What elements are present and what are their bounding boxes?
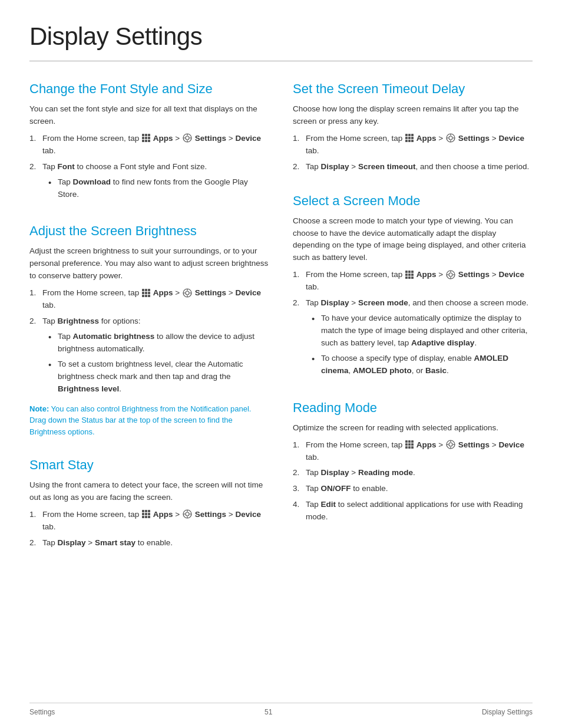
font-bullet-1: Tap Download to find new fonts from the … <box>48 176 269 201</box>
section-smartstay-title: Smart Stay <box>29 455 269 475</box>
section-screenmode-body: Choose a screen mode to match your type … <box>293 215 533 380</box>
readingmode-steps: From the Home screen, tap Apps > <box>293 439 533 524</box>
readingmode-step-1: From the Home screen, tap Apps > <box>293 439 533 464</box>
svg-point-13 <box>186 512 189 516</box>
readingmode-intro: Optimize the screen for reading with sel… <box>293 422 533 434</box>
settings-icon <box>183 288 192 298</box>
smartstay-intro: Using the front camera to detect your fa… <box>29 479 269 504</box>
readingmode-step-2: Tap Display > Reading mode. <box>293 467 533 479</box>
brightness-steps: From the Home screen, tap Apps > <box>29 287 269 398</box>
brightness-note: Note: You can also control Brightness fr… <box>29 403 269 438</box>
section-screenmode-title: Select a Screen Mode <box>293 191 533 210</box>
font-step-2: Tap Font to choose a Font style and Font… <box>29 161 269 204</box>
footer-left: Settings <box>29 707 55 717</box>
settings-icon <box>183 133 192 143</box>
screenmode-bullet-1: To have your device automatically optimi… <box>312 312 533 350</box>
timeout-intro: Choose how long the display screen remai… <box>293 103 533 128</box>
title-divider <box>29 61 533 61</box>
section-font: Change the Font Style and Size You can s… <box>29 79 269 203</box>
screenmode-step-1: From the Home screen, tap Apps > <box>293 269 533 294</box>
font-steps: From the Home screen, tap Apps > <box>29 133 269 204</box>
section-smartstay: Smart Stay Using the front camera to det… <box>29 455 269 549</box>
apps-icon <box>142 289 150 297</box>
svg-point-25 <box>449 273 452 276</box>
section-readingmode: Reading Mode Optimize the screen for rea… <box>293 398 533 523</box>
screenmode-step-2: Tap Display > Screen mode, and then choo… <box>293 297 533 380</box>
section-timeout: Set the Screen Timeout Delay Choose how … <box>293 79 533 173</box>
section-brightness-title: Adjust the Screen Brightness <box>29 221 269 241</box>
brightness-step-1: From the Home screen, tap Apps > <box>29 287 269 312</box>
section-screenmode: Select a Screen Mode Choose a screen mod… <box>293 191 533 380</box>
smartstay-steps: From the Home screen, tap Apps > <box>29 509 269 549</box>
readingmode-step-3: Tap ON/OFF to enable. <box>293 483 533 495</box>
readingmode-step-4: Tap Edit to select additional applicatio… <box>293 499 533 523</box>
section-font-title: Change the Font Style and Size <box>29 79 269 98</box>
footer-right: Display Settings <box>482 707 533 717</box>
apps-icon <box>405 271 414 279</box>
font-step-1: From the Home screen, tap Apps > <box>29 133 269 157</box>
section-timeout-body: Choose how long the display screen remai… <box>293 103 533 173</box>
screenmode-bullets: To have your device automatically optimi… <box>306 312 533 377</box>
section-readingmode-body: Optimize the screen for reading with sel… <box>293 422 533 523</box>
brightness-bullets: Tap Automatic brightness to allow the de… <box>42 331 269 396</box>
settings-icon <box>446 440 455 449</box>
svg-point-19 <box>449 136 452 140</box>
page: Display Settings Change the Font Style a… <box>0 0 562 728</box>
section-readingmode-title: Reading Mode <box>293 398 533 417</box>
svg-point-7 <box>186 291 189 295</box>
section-timeout-title: Set the Screen Timeout Delay <box>293 79 533 98</box>
section-brightness-body: Adjust the screen brightness to suit you… <box>29 245 269 437</box>
settings-icon <box>446 133 455 143</box>
brightness-bullet-2: To set a custom brightness level, clear … <box>48 358 269 396</box>
apps-icon <box>142 510 150 518</box>
settings-icon <box>183 509 192 519</box>
section-brightness: Adjust the Screen Brightness Adjust the … <box>29 221 269 437</box>
font-bullets: Tap Download to find new fonts from the … <box>42 176 269 201</box>
two-column-layout: Change the Font Style and Size You can s… <box>29 79 533 567</box>
timeout-step-2: Tap Display > Screen timeout, and then c… <box>293 161 533 173</box>
section-font-body: You can set the font style and size for … <box>29 103 269 203</box>
brightness-bullet-1: Tap Automatic brightness to allow the de… <box>48 331 269 355</box>
smartstay-step-1: From the Home screen, tap Apps > <box>29 509 269 533</box>
screenmode-steps: From the Home screen, tap Apps > <box>293 269 533 380</box>
page-title: Display Settings <box>29 18 533 55</box>
timeout-step-1: From the Home screen, tap Apps > <box>293 133 533 157</box>
brightness-step-2: Tap Brightness for options: Tap Automati… <box>29 315 269 398</box>
screenmode-intro: Choose a screen mode to match your type … <box>293 215 533 265</box>
footer-center: 51 <box>265 707 272 717</box>
apps-icon <box>405 440 414 449</box>
smartstay-step-2: Tap Display > Smart stay to enable. <box>29 537 269 549</box>
footer: Settings 51 Display Settings <box>29 703 533 717</box>
timeout-steps: From the Home screen, tap Apps > <box>293 133 533 173</box>
font-intro: You can set the font style and size for … <box>29 103 269 128</box>
right-column: Set the Screen Timeout Delay Choose how … <box>293 79 533 567</box>
left-column: Change the Font Style and Size You can s… <box>29 79 269 567</box>
svg-point-1 <box>186 136 189 140</box>
section-smartstay-body: Using the front camera to detect your fa… <box>29 479 269 549</box>
settings-icon <box>446 270 455 279</box>
brightness-intro: Adjust the screen brightness to suit you… <box>29 245 269 282</box>
apps-icon <box>405 134 414 142</box>
svg-point-31 <box>449 443 452 446</box>
screenmode-bullet-2: To choose a specify type of display, ena… <box>312 353 533 377</box>
apps-icon <box>142 134 150 142</box>
